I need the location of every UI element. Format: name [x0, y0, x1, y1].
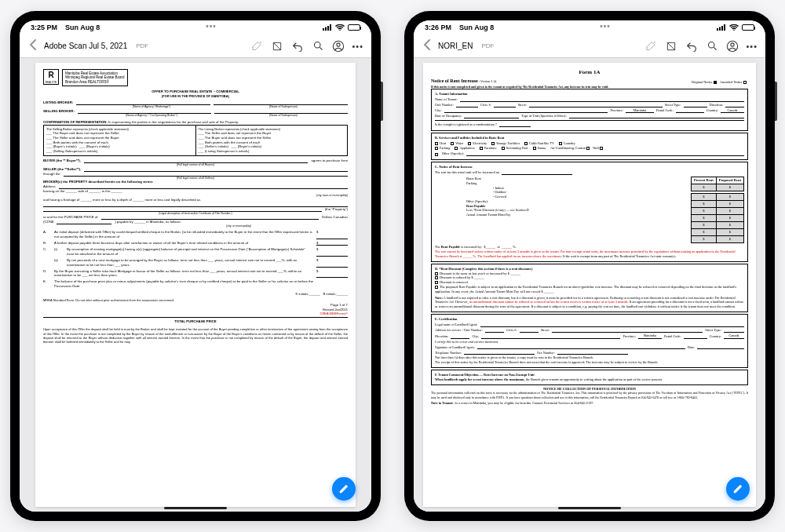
edit-fab[interactable]	[726, 477, 750, 501]
wifi-icon	[729, 24, 739, 31]
svg-point-13	[708, 42, 714, 49]
document-ext: PDF	[481, 42, 494, 49]
section-D: D. *Rent Discount (Complete this section…	[431, 264, 748, 312]
rent-table: Present RentProposed Rent $$ $$ $$ $$ $$…	[691, 177, 744, 244]
profile-icon[interactable]	[725, 39, 739, 53]
search-icon[interactable]	[705, 39, 719, 53]
pdf-page-1-left: RREALTOR Manitoba Real Estate Associatio…	[35, 63, 356, 507]
document-viewport-left[interactable]: RREALTOR Manitoba Real Estate Associatio…	[20, 58, 371, 512]
back-button[interactable]	[27, 39, 38, 53]
svg-rect-1	[325, 27, 327, 31]
cellular-icon	[323, 24, 332, 31]
svg-rect-10	[721, 26, 723, 31]
svg-point-15	[731, 42, 734, 46]
multitask-dots-icon[interactable]: •••	[206, 22, 217, 31]
undo-icon[interactable]	[685, 39, 699, 53]
section-E: E. Certification Legal name of Landlord/…	[431, 314, 748, 368]
more-icon[interactable]: •••	[746, 42, 758, 51]
svg-rect-3	[330, 24, 331, 31]
section-C: C. Notice of Rent Increase The rent for …	[431, 162, 748, 262]
more-icon[interactable]: •••	[352, 42, 363, 51]
status-time: 3:25 PM	[31, 24, 57, 31]
document-viewport-right[interactable]: Form 1A Notice of Rent Increase - Versio…	[414, 58, 765, 512]
association-box: Manitoba Real Estate Association Winnipe…	[62, 69, 128, 86]
wifi-icon	[335, 24, 345, 31]
realtor-logo: RREALTOR	[43, 69, 59, 85]
cellular-icon	[717, 24, 726, 31]
svg-point-5	[314, 42, 320, 49]
svg-rect-9	[719, 27, 721, 31]
svg-point-12	[654, 42, 655, 43]
document-title: NORI_EN	[438, 42, 473, 50]
home-indicator[interactable]	[558, 507, 621, 509]
status-bar: 3:25 PM Sun Aug 8 •••	[20, 20, 371, 35]
undo-icon[interactable]	[290, 39, 305, 53]
svg-point-7	[337, 42, 340, 46]
svg-rect-8	[717, 28, 718, 31]
pdf-page-1-right: Form 1A Notice of Rent Increase - Versio…	[423, 63, 756, 507]
screen-right: 3:26 PM Sun Aug 8 ••• NORI_EN PDF •••	[414, 20, 765, 512]
markup-icon[interactable]	[270, 39, 284, 53]
section-F: F. Tenant Comment/Objection — Rent Incre…	[431, 370, 748, 385]
ipad-right: 3:26 PM Sun Aug 8 ••• NORI_EN PDF •••	[404, 11, 775, 521]
form-number: Form 1A	[431, 69, 748, 76]
highlighter-icon[interactable]	[250, 39, 264, 53]
battery-icon	[742, 24, 754, 31]
status-date: Sun Aug 8	[459, 24, 494, 31]
svg-rect-0	[323, 28, 324, 31]
battery-icon	[348, 24, 360, 31]
document-ext: PDF	[136, 42, 148, 49]
highlighter-icon[interactable]	[644, 39, 658, 53]
search-icon[interactable]	[311, 39, 325, 53]
home-indicator[interactable]	[164, 507, 227, 509]
svg-point-4	[260, 42, 261, 43]
status-bar: 3:26 PM Sun Aug 8 •••	[414, 20, 765, 35]
status-time: 3:26 PM	[425, 24, 451, 31]
representation-box: The Selling Broker represents (check app…	[43, 125, 348, 156]
edit-fab[interactable]	[332, 477, 356, 501]
svg-rect-2	[327, 26, 329, 31]
toolbar-right: NORI_EN PDF •••	[414, 35, 765, 58]
back-button[interactable]	[422, 39, 432, 53]
document-title: Adobe Scan Jul 5, 2021	[44, 42, 127, 50]
status-date: Sun Aug 8	[65, 24, 100, 31]
markup-icon[interactable]	[664, 39, 678, 53]
svg-rect-11	[724, 24, 725, 31]
section-B: B. Services and Facilities Included in B…	[431, 133, 748, 160]
multitask-dots-icon[interactable]: •••	[600, 22, 611, 31]
screen-left: 3:25 PM Sun Aug 8 ••• Adobe Scan Jul 5, …	[20, 20, 371, 512]
section-A: A. Tenant Information Name of Tenant: Un…	[431, 89, 748, 131]
toolbar-left: Adobe Scan Jul 5, 2021 PDF •••	[20, 35, 371, 58]
ipad-left: 3:25 PM Sun Aug 8 ••• Adobe Scan Jul 5, …	[10, 11, 381, 521]
profile-icon[interactable]	[331, 39, 345, 53]
